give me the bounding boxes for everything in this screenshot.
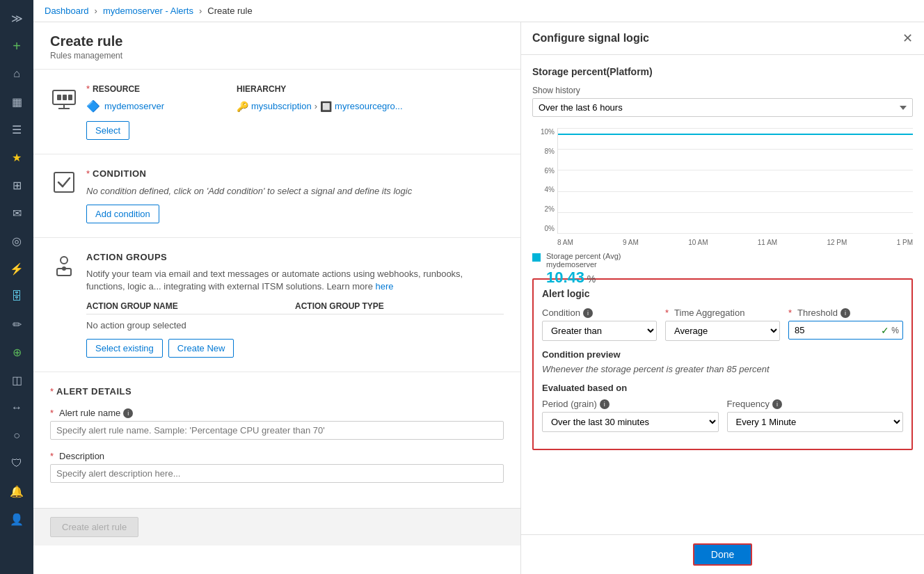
shield-icon[interactable]: 🛡	[4, 451, 29, 476]
legend-value-row: 10.43 %	[546, 269, 621, 287]
grid-100	[558, 233, 913, 234]
lightning-icon[interactable]: ⚡	[4, 256, 29, 281]
done-btn-row: Done	[521, 534, 924, 574]
select-existing-button[interactable]: Select existing	[86, 339, 163, 358]
breadcrumb-sep-2: ›	[199, 6, 202, 16]
apps-icon[interactable]: ⊞	[4, 173, 29, 198]
condition-info-icon[interactable]: i	[583, 308, 593, 318]
puzzle-icon[interactable]: ⊕	[4, 340, 29, 365]
no-action-msg: No action group selected	[86, 320, 504, 330]
time-agg-field: * Time Aggregation Average	[665, 308, 780, 341]
close-panel-button[interactable]: ✕	[902, 31, 913, 46]
x-9am: 9 AM	[623, 239, 639, 246]
y-label-2: 2%	[532, 205, 555, 213]
dashboard-icon[interactable]: ▦	[4, 89, 29, 114]
alert-logic-box: Alert logic Condition i Greater than	[532, 278, 913, 450]
condition-section-icon	[50, 168, 78, 196]
wrench-icon[interactable]: ✏	[4, 312, 29, 337]
show-history-label: Show history	[532, 86, 913, 95]
breadcrumb-dashboard[interactable]: Dashboard	[45, 6, 89, 16]
main-wrapper: Dashboard › mydemoserver - Alerts › Crea…	[33, 0, 924, 574]
create-new-button[interactable]: Create New	[168, 339, 234, 358]
arrows-icon[interactable]: ↔	[4, 395, 29, 420]
bell-icon[interactable]: 🔔	[4, 479, 29, 504]
sidebar: ≫ + ⌂ ▦ ☰ ★ ⊞ ✉ ◎ ⚡ 🗄 ✏ ⊕ ◫ ↔ ○ 🛡 🔔 👤	[0, 0, 33, 574]
database-icon[interactable]: 🗄	[4, 284, 29, 309]
description-input[interactable]	[50, 464, 504, 483]
frequency-label: Frequency i	[727, 399, 904, 409]
breadcrumb-current: Create rule	[207, 6, 252, 16]
create-alert-rule-button[interactable]: Create alert rule	[50, 517, 138, 537]
frequency-info-icon[interactable]: i	[772, 399, 782, 409]
menu-icon[interactable]: ☰	[4, 117, 29, 142]
time-agg-select[interactable]: Average	[665, 321, 780, 341]
page-title-area: Create rule Rules management	[33, 22, 520, 70]
show-history-select[interactable]: Over the last 6 hours	[532, 98, 913, 117]
time-agg-label: * Time Aggregation	[665, 308, 780, 318]
y-label-0: 0%	[532, 225, 555, 232]
legend-line2: mydemoserver	[546, 260, 621, 269]
user-icon[interactable]: 👤	[4, 507, 29, 532]
y-label-4: 4%	[532, 186, 555, 193]
condition-select[interactable]: Greater than	[542, 321, 657, 341]
rule-name-group: * Alert rule name i	[50, 408, 504, 440]
add-condition-button[interactable]: Add condition	[86, 205, 159, 223]
page-subtitle: Rules management	[50, 51, 504, 61]
resource-data-row: 🔷 mydemoserver 🔑 mysubscription › 🔲 myre…	[86, 99, 504, 113]
footer-bar: Create alert rule	[33, 508, 520, 545]
y-label-6: 6%	[532, 167, 555, 175]
resource-header: *RESOURCE HIERARCHY	[86, 83, 504, 94]
grid-0	[558, 128, 913, 129]
threshold-info-icon[interactable]: i	[841, 308, 850, 318]
action-group-header: ACTION GROUP NAME ACTION GROUP TYPE	[86, 301, 504, 314]
ag-col1-label: ACTION GROUP NAME	[86, 301, 295, 311]
chart-plot	[557, 128, 913, 234]
legend-color	[532, 253, 541, 262]
done-button[interactable]: Done	[693, 543, 752, 566]
rule-name-label: * Alert rule name i	[50, 408, 504, 418]
star-icon[interactable]: ★	[4, 145, 29, 170]
expand-icon[interactable]: ≫	[4, 6, 29, 31]
period-select[interactable]: Over the last 30 minutes	[542, 412, 719, 432]
globe-icon[interactable]: ◎	[4, 228, 29, 253]
breadcrumb-alerts[interactable]: mydemoserver - Alerts	[103, 6, 193, 16]
home-icon[interactable]: ⌂	[4, 61, 29, 86]
hierarchy-col: 🔑 mysubscription › 🔲 myresourcegro...	[237, 101, 504, 112]
action-groups-section: ACTION GROUPS Notify your team via email…	[33, 238, 520, 372]
inbox-icon[interactable]: ✉	[4, 200, 29, 225]
action-desc: Notify your team via email and text mess…	[86, 268, 504, 293]
rule-name-info-icon[interactable]: i	[123, 408, 133, 418]
layers-icon[interactable]: ◫	[4, 367, 29, 392]
legend-value: 10.43	[546, 269, 584, 286]
grid-40	[558, 170, 913, 170]
breadcrumb-sep-1: ›	[95, 6, 97, 16]
ag-col2-label: ACTION GROUP TYPE	[295, 301, 504, 311]
scroll-spacer	[532, 456, 913, 470]
condition-preview: Condition preview Whenever the storage p…	[542, 349, 903, 374]
action-btn-row: Select existing Create New	[86, 339, 504, 358]
chart-legend: Storage percent (Avg) mydemoserver 10.43…	[532, 252, 913, 287]
x-10am: 10 AM	[688, 239, 708, 246]
period-info-icon[interactable]: i	[600, 399, 610, 409]
resource-section-icon	[50, 83, 78, 111]
legend-unit: %	[587, 273, 596, 285]
legend-line1: Storage percent (Avg)	[546, 252, 621, 260]
data-line	[558, 134, 913, 135]
frequency-select[interactable]: Every 1 Minute	[727, 412, 904, 432]
chart-area: 10% 8% 6% 4% 2% 0%	[532, 128, 913, 246]
resource-group-name: myresourcegro...	[335, 101, 403, 111]
grid-80	[558, 212, 913, 213]
rule-name-input[interactable]	[50, 421, 504, 440]
svg-rect-6	[54, 173, 74, 192]
condition-section: *CONDITION No condition defined, click o…	[33, 154, 520, 238]
description-group: * Description	[50, 451, 504, 483]
page-title: Create rule	[50, 33, 504, 49]
svg-point-9	[61, 257, 67, 264]
circle-icon[interactable]: ○	[4, 423, 29, 448]
svg-rect-2	[63, 95, 67, 100]
grid-20	[558, 149, 913, 150]
select-resource-button[interactable]: Select	[86, 121, 129, 140]
rg-icon: 🔲	[320, 101, 332, 112]
learn-more-link[interactable]: here	[376, 281, 394, 292]
plus-icon[interactable]: +	[4, 33, 29, 58]
